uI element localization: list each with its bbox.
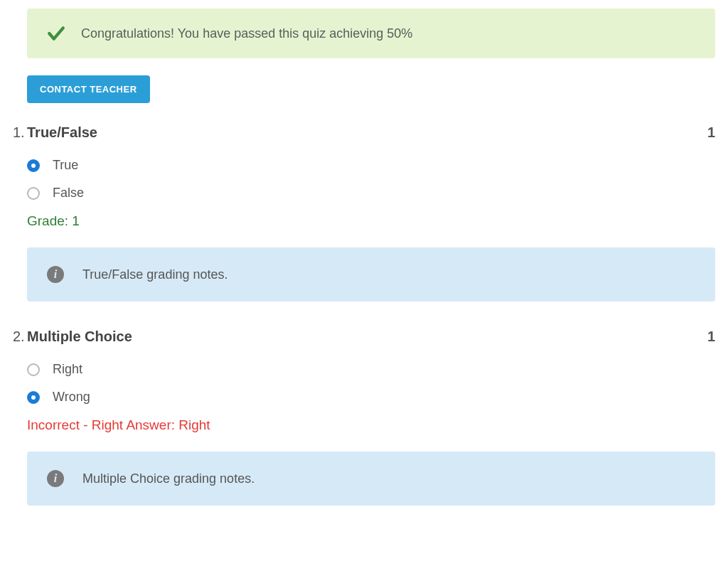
check-icon [47,24,65,43]
answer-option[interactable]: True [27,158,715,173]
question-header: 2. Multiple Choice 1 [13,329,715,345]
question-title: True/False [27,124,707,141]
radio-icon [27,391,40,404]
answer-options: Right Wrong [13,362,715,405]
radio-icon [27,363,40,376]
answer-options: True False [13,158,715,201]
pass-banner: Congratulations! You have passed this qu… [27,9,715,58]
question-points: 1 [707,124,715,141]
answer-option-label: True [53,158,78,173]
grade-result: Incorrect - Right Answer: Right [13,417,715,433]
radio-icon [27,159,40,172]
answer-option-label: Wrong [53,390,90,405]
question-number: 2. [13,329,27,345]
pass-banner-text: Congratulations! You have passed this qu… [81,26,412,41]
radio-icon [27,187,40,200]
grade-result: Grade: 1 [13,213,715,229]
grading-note-text: Multiple Choice grading notes. [82,471,255,486]
answer-option[interactable]: False [27,186,715,201]
grading-note: i True/False grading notes. [27,247,715,301]
info-icon: i [47,266,64,283]
question-points: 1 [707,329,715,345]
answer-option-label: False [53,186,84,201]
info-icon: i [47,470,64,487]
grading-note-text: True/False grading notes. [82,267,228,282]
answer-option-label: Right [53,362,82,377]
grading-note: i Multiple Choice grading notes. [27,452,715,506]
question-header: 1. True/False 1 [13,124,715,141]
answer-option[interactable]: Wrong [27,390,715,405]
answer-option[interactable]: Right [27,362,715,377]
question-block: 1. True/False 1 True False Grade: 1 i Tr… [13,124,715,301]
quiz-results-page: Congratulations! You have passed this qu… [0,0,728,547]
question-block: 2. Multiple Choice 1 Right Wrong Incorre… [13,329,715,506]
question-title: Multiple Choice [27,329,707,345]
question-number: 1. [13,124,27,141]
contact-teacher-button[interactable]: CONTACT TEACHER [27,75,150,103]
